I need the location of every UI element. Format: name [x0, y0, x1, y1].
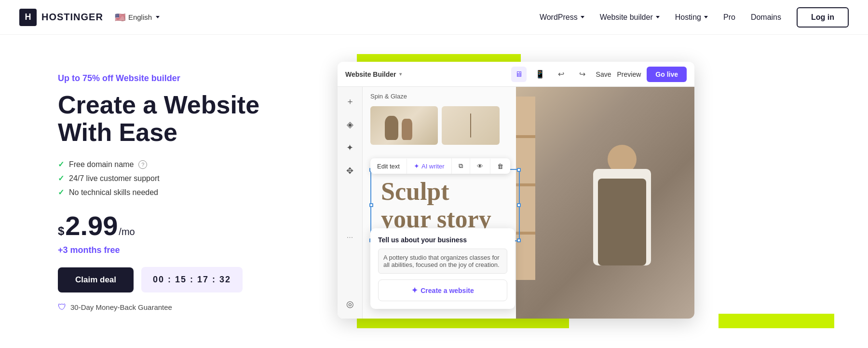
- feature-item-support: ✓ 24/7 live customer support: [58, 174, 309, 183]
- go-live-button[interactable]: Go live: [647, 67, 687, 82]
- woman-figure: [569, 135, 675, 319]
- pricing-block: $ 2.99 /mo: [58, 212, 309, 239]
- save-button[interactable]: Save: [596, 70, 611, 78]
- sidebar-layers-icon[interactable]: ◈: [341, 116, 359, 133]
- ai-panel: Tell us about your business A pottery st…: [370, 228, 515, 309]
- undo-button[interactable]: ↩: [554, 67, 569, 82]
- logo[interactable]: H HOSTINGER: [19, 9, 103, 26]
- guarantee-label: 30-Day Money-Back Guarantee: [70, 303, 172, 311]
- nav-item-pro[interactable]: Pro: [723, 13, 735, 22]
- hero-section: Up to 75% off Website builder Create a W…: [58, 64, 309, 312]
- vase-shape-2: [402, 119, 412, 140]
- edit-text-button[interactable]: Edit text: [370, 159, 407, 174]
- edit-toolbar: Edit text ✦ AI writer ⧉ 👁 🗑: [370, 158, 510, 174]
- builder-brand: Website Builder ▾: [345, 70, 402, 78]
- help-icon-domain[interactable]: ?: [138, 160, 147, 169]
- builder-toolbar: Website Builder ▾ 🖥 📱 ↩ ↪ Save Preview G…: [338, 62, 694, 87]
- login-button[interactable]: Log in: [797, 7, 849, 28]
- language-label: English: [128, 13, 152, 21]
- feature-item-domain: ✓ Free domain name ?: [58, 160, 309, 169]
- feature-item-skills: ✓ No technical skills needed: [58, 188, 309, 197]
- resize-handle-br[interactable]: [517, 238, 521, 242]
- shelf-bar-1: [516, 135, 535, 138]
- copy-button[interactable]: ⧉: [452, 158, 470, 174]
- main-content: Up to 75% off Website builder Create a W…: [0, 35, 868, 319]
- claim-deal-button[interactable]: Claim deal: [58, 267, 134, 292]
- sidebar-design-icon[interactable]: ✦: [341, 139, 359, 156]
- vase-shape-1: [385, 116, 398, 140]
- cta-row: Claim deal 00 : 15 : 17 : 32: [58, 267, 309, 292]
- check-icon-skills: ✓: [58, 188, 64, 197]
- builder-canvas: Spin & Glaze: [363, 87, 694, 319]
- sculpt-text: Sculpt your story: [381, 178, 509, 233]
- nav-left: H HOSTINGER 🇺🇸 English: [19, 9, 160, 26]
- nav-item-website-builder[interactable]: Website builder: [600, 13, 660, 22]
- desktop-view-button[interactable]: 🖥: [511, 67, 527, 82]
- sidebar-add-icon[interactable]: ＋: [341, 93, 359, 110]
- price-row: $ 2.99 /mo: [58, 212, 309, 239]
- price-period: /mo: [119, 226, 135, 237]
- resize-handle-ml[interactable]: [369, 203, 373, 207]
- canvas-image-vases: [370, 106, 438, 145]
- language-chevron-icon: [156, 16, 160, 18]
- ai-writer-button[interactable]: ✦ AI writer: [407, 158, 452, 174]
- canvas-photo-woman: [516, 87, 694, 319]
- site-name-label: Spin & Glaze: [370, 93, 407, 100]
- preview-button[interactable]: Preview: [617, 70, 641, 78]
- branch-decoration: [470, 113, 471, 138]
- canvas-image-branches: [442, 106, 500, 145]
- check-icon-support: ✓: [58, 174, 64, 183]
- wordpress-chevron-icon: [581, 16, 584, 18]
- check-icon-domain: ✓: [58, 160, 64, 169]
- website-builder-chevron-icon: [656, 16, 660, 18]
- create-website-button[interactable]: ✦ Create a website: [378, 279, 507, 301]
- navbar: H HOSTINGER 🇺🇸 English WordPress Website…: [0, 0, 868, 35]
- language-selector[interactable]: 🇺🇸 English: [115, 12, 160, 23]
- preview-element-button[interactable]: 👁: [470, 159, 490, 174]
- lime-accent-bottom-right: [719, 314, 834, 328]
- shield-icon: 🛡: [58, 302, 67, 312]
- ai-star-icon: ✦: [414, 162, 420, 170]
- discount-label: 75%: [82, 73, 100, 83]
- redo-button[interactable]: ↪: [575, 67, 590, 82]
- builder-window: Website Builder ▾ 🖥 📱 ↩ ↪ Save Preview G…: [338, 62, 694, 319]
- sidebar-ai-icon[interactable]: ◎: [341, 295, 359, 313]
- feature-label-skills: No technical skills needed: [69, 188, 158, 197]
- resize-handle-mr[interactable]: [517, 203, 521, 207]
- builder-brand-chevron-icon: ▾: [399, 71, 402, 77]
- builder-brand-label: Website Builder: [345, 70, 396, 78]
- feature-label-domain: Free domain name: [69, 160, 134, 169]
- flag-icon: 🇺🇸: [115, 12, 125, 23]
- nav-item-hosting[interactable]: Hosting: [675, 13, 708, 22]
- price-currency: $: [58, 224, 64, 238]
- resize-handle-tr[interactable]: [517, 168, 521, 172]
- feature-label-support: 24/7 live customer support: [69, 174, 160, 183]
- features-list: ✓ Free domain name ? ✓ 24/7 live custome…: [58, 160, 309, 197]
- promo-text: Up to 75% off Website builder: [58, 73, 309, 84]
- toolbar-right: 🖥 📱 ↩ ↪ Save Preview Go live: [511, 67, 687, 82]
- hero-title: Create a Website With Ease: [58, 91, 309, 146]
- delete-element-button[interactable]: 🗑: [490, 159, 510, 174]
- ai-panel-description: A pottery studio that organizes classes …: [378, 249, 507, 274]
- nav-item-wordpress[interactable]: WordPress: [540, 13, 584, 22]
- nav-right: WordPress Website builder Hosting Pro Do…: [540, 7, 849, 28]
- sidebar-move-icon[interactable]: ✥: [341, 162, 359, 180]
- sidebar-more-icon[interactable]: ···: [347, 233, 353, 242]
- builder-body: ＋ ◈ ✦ ✥ ··· ◎ Spin & Glaze: [338, 87, 694, 319]
- builder-sidebar: ＋ ◈ ✦ ✥ ··· ◎: [338, 87, 363, 319]
- guarantee-row: 🛡 30-Day Money-Back Guarantee: [58, 302, 309, 312]
- logo-text: HOSTINGER: [41, 12, 103, 23]
- nav-item-domains[interactable]: Domains: [751, 13, 781, 22]
- months-free-label: +3 months free: [58, 245, 309, 255]
- woman-apron: [598, 179, 646, 265]
- sparkle-icon: ✦: [411, 286, 418, 295]
- mockup-container: Website Builder ▾ 🖥 📱 ↩ ↪ Save Preview G…: [338, 54, 829, 319]
- logo-icon: H: [19, 9, 37, 26]
- mobile-view-button[interactable]: 📱: [532, 67, 548, 82]
- countdown-timer: 00 : 15 : 17 : 32: [141, 267, 243, 292]
- hosting-chevron-icon: [704, 16, 708, 18]
- price-amount: 2.99: [65, 212, 118, 239]
- ai-panel-title: Tell us about your business: [378, 236, 507, 244]
